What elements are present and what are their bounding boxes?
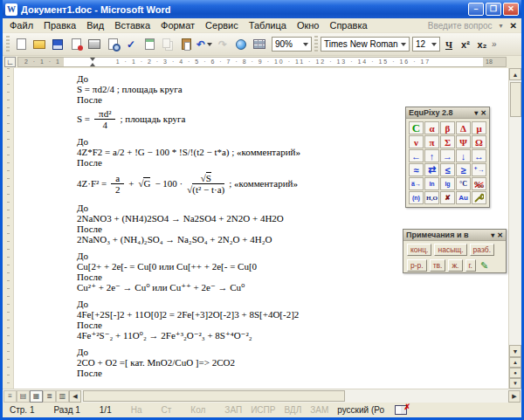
status-overtype-toggle[interactable]: ЗАМ xyxy=(310,405,328,415)
menu-help[interactable]: Справка xyxy=(324,19,372,31)
equpixy-equilibrium-button[interactable]: ⇄ xyxy=(424,163,439,176)
menu-insert[interactable]: Вставка xyxy=(109,19,155,31)
spelling-status-book-icon[interactable] xyxy=(395,405,407,415)
notes-solid-button[interactable]: тв. xyxy=(430,259,446,272)
research-button[interactable] xyxy=(141,36,158,53)
previous-page-button[interactable]: ▲ xyxy=(509,357,521,368)
equpixy-arrow-both-button[interactable]: ↔ xyxy=(472,149,486,162)
equpixy-degree-celsius-button[interactable]: °C xyxy=(456,177,471,190)
equpixy-arrow-left-button[interactable]: ← xyxy=(409,149,424,162)
status-language[interactable]: русский (Ро xyxy=(337,405,384,415)
insert-hyperlink-button[interactable] xyxy=(232,36,250,53)
view-web-button[interactable]: ▤ xyxy=(17,390,30,403)
view-reading-button[interactable]: ▥ xyxy=(56,390,69,403)
menu-format[interactable]: Формат xyxy=(155,19,200,31)
equpixy-menu-icon[interactable]: ▾ xyxy=(474,109,478,117)
equpixy-alpha-button[interactable]: α xyxy=(424,121,439,134)
subscript-button[interactable]: x₂ xyxy=(474,37,490,52)
restore-button[interactable]: ❐ xyxy=(486,3,501,16)
scroll-left-icon[interactable]: ◀ xyxy=(69,390,81,403)
copy-button[interactable] xyxy=(159,36,176,53)
menu-tools[interactable]: Сервис xyxy=(200,19,244,31)
notes-sat-button[interactable]: насыщ. xyxy=(434,244,466,256)
menu-edit[interactable]: Правка xyxy=(38,19,81,31)
equpixy-arrow-right-button[interactable]: → xyxy=(440,149,455,162)
equpixy-close-icon[interactable]: ✕ xyxy=(480,109,486,117)
font-name-combobox[interactable]: Times New Roman xyxy=(321,37,410,52)
notes-solution-button[interactable]: р-р. xyxy=(407,259,427,272)
equpixy-settings-button[interactable] xyxy=(472,191,486,204)
notes-gas-button[interactable]: г. xyxy=(465,259,476,272)
equpixy-plus-arrow-button[interactable]: ⁺→ xyxy=(472,163,486,176)
notes-title-bar[interactable]: Примечания и в ▾ ✕ xyxy=(403,230,506,241)
notes-dilute-button[interactable]: разб. xyxy=(470,244,494,256)
vertical-scroll-track[interactable] xyxy=(509,117,521,345)
print-button[interactable] xyxy=(86,36,103,53)
spelling-button[interactable]: ✓ xyxy=(122,36,140,53)
tab-selector-button[interactable]: ∟ xyxy=(4,57,16,67)
equpixy-less-equal-button[interactable]: ≤ xyxy=(440,163,455,176)
equpixy-ln-button[interactable]: ln xyxy=(424,177,439,190)
ask-question-dropdown-icon[interactable]: ▾ xyxy=(500,22,503,30)
equpixy-greater-equal-button[interactable]: ≥ xyxy=(456,163,471,176)
equpixy-delta-button[interactable]: Δ xyxy=(456,121,471,134)
equpixy-omega-button[interactable]: Ω xyxy=(472,135,486,148)
status-extend-toggle[interactable]: ВДЛ xyxy=(284,405,301,415)
minimize-button[interactable]: – xyxy=(468,3,484,16)
new-document-button[interactable] xyxy=(12,36,30,53)
scroll-down-icon[interactable]: ▼ xyxy=(509,345,521,357)
menu-view[interactable]: Вид xyxy=(81,19,109,31)
equpixy-permille-button[interactable]: ‰ xyxy=(472,177,486,190)
hanging-indent-marker[interactable] xyxy=(90,63,95,66)
notes-liquid-button[interactable]: ж. xyxy=(448,259,462,272)
vertical-scroll-thumb[interactable] xyxy=(510,82,521,117)
next-page-button[interactable]: ▼ xyxy=(509,378,521,389)
view-normal-button[interactable]: ≡ xyxy=(3,390,17,403)
title-bar[interactable]: W Документ1.doc - Microsoft Word – ❐ ✕ xyxy=(3,0,521,18)
equpixy-element-au-button[interactable]: Au xyxy=(456,191,471,204)
green-pencil-icon[interactable]: ✎ xyxy=(480,260,488,272)
equpixy-title-bar[interactable]: EquPixy 2.8 ▾ ✕ xyxy=(406,107,489,119)
toolbar-grip[interactable] xyxy=(314,36,318,53)
notes-conc-button[interactable]: конц. xyxy=(407,244,431,256)
view-print-layout-button[interactable]: ▦ xyxy=(30,390,43,403)
equpixy-text-over-arrow-button[interactable]: a̅→ xyxy=(409,177,424,190)
undo-button[interactable]: ↶ xyxy=(196,36,213,53)
status-track-changes-toggle[interactable]: ИСПР xyxy=(251,405,275,415)
equpixy-approx-button[interactable]: ≈ xyxy=(409,163,424,176)
toolbar-grip[interactable] xyxy=(6,36,10,53)
equpixy-beta-button[interactable]: β xyxy=(440,121,455,134)
status-record-toggle[interactable]: ЗАП xyxy=(224,405,242,415)
scroll-up-icon[interactable]: ▲ xyxy=(509,68,521,80)
scroll-right-icon[interactable]: ▶ xyxy=(508,390,521,403)
menu-window[interactable]: Окно xyxy=(292,19,325,31)
equpixy-psi-button[interactable]: Ψ xyxy=(456,135,471,148)
toolbar-options-icon[interactable]: » xyxy=(492,39,497,49)
equpixy-valence-button[interactable]: ✘ xyxy=(440,191,455,204)
paste-button[interactable] xyxy=(177,36,195,53)
equpixy-arrow-down-button[interactable]: ↓ xyxy=(456,149,471,162)
superscript-button[interactable]: x² xyxy=(458,37,473,52)
notes-close-icon[interactable]: ✕ xyxy=(497,231,503,239)
horizontal-scroll-thumb[interactable] xyxy=(83,390,345,402)
open-button[interactable] xyxy=(31,36,48,53)
save-button[interactable] xyxy=(49,36,66,53)
equpixy-nu-button[interactable]: ν xyxy=(409,135,424,148)
underline-button[interactable]: Ч xyxy=(441,37,457,52)
redo-button[interactable]: ↷ xyxy=(214,36,231,53)
equpixy-pi-button[interactable]: π xyxy=(424,135,439,148)
equpixy-sigma-button[interactable]: Σ xyxy=(440,135,455,148)
equpixy-h2o-button[interactable]: H₂O xyxy=(424,191,439,204)
notes-menu-icon[interactable]: ▾ xyxy=(491,231,494,239)
equpixy-mu-button[interactable]: μ xyxy=(472,121,486,134)
horizontal-scroll-track[interactable] xyxy=(82,390,507,403)
equpixy-n-index-button[interactable]: (n) xyxy=(409,191,424,204)
first-line-indent-marker[interactable] xyxy=(90,58,95,61)
zoom-combobox[interactable]: 90% xyxy=(272,37,312,52)
equpixy-carbon-button[interactable]: C xyxy=(409,121,424,134)
vertical-scrollbar[interactable]: ▲ ▼ ▲ ● ▼ xyxy=(508,68,521,389)
ask-question-box[interactable]: Введите вопрос xyxy=(428,21,493,31)
close-button[interactable]: ✕ xyxy=(503,3,519,16)
menu-table[interactable]: Таблица xyxy=(244,19,292,31)
view-outline-button[interactable]: ≣ xyxy=(43,390,56,403)
